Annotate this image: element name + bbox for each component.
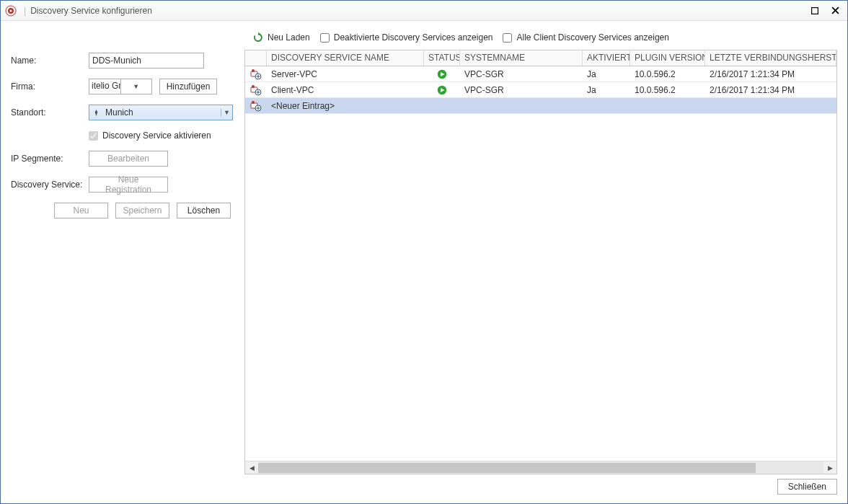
standort-combo[interactable]: Munich ▼ <box>89 105 233 120</box>
table-row[interactable]: Server-VPCVPC-SGRJa10.0.596.22/16/2017 1… <box>245 66 836 82</box>
col-version[interactable]: PLUGIN VERSION <box>630 50 705 66</box>
firma-combo[interactable]: itelio GmbH ▼ <box>89 79 152 94</box>
cell-status <box>424 69 460 79</box>
loeschen-button[interactable]: Löschen <box>177 203 231 218</box>
row-type-icon <box>245 84 267 96</box>
row-type-icon <box>245 100 267 112</box>
window-title: Discovery Service konfigurieren <box>30 6 152 16</box>
deaktivierte-toggle[interactable]: Deaktivierte Discovery Services anzeigen <box>320 32 493 43</box>
alle-client-label: Alle Client Discovery Services anzeigen <box>516 32 668 43</box>
bearbeiten-button: Bearbeiten <box>89 151 168 167</box>
title-separator: | <box>24 6 26 16</box>
app-icon <box>5 5 17 17</box>
svg-rect-3 <box>812 7 818 14</box>
speichern-button: Speichern <box>115 203 169 218</box>
chevron-down-icon: ▼ <box>120 79 152 94</box>
hinzufuegen-button[interactable]: Hinzufügen <box>159 79 217 94</box>
col-status[interactable]: STATUS <box>424 50 460 66</box>
toolbar: Neu Laden Deaktivierte Discovery Service… <box>244 30 837 45</box>
scroll-thumb[interactable] <box>258 463 756 473</box>
alle-client-checkbox[interactable] <box>503 33 512 43</box>
cell-system: VPC-SGR <box>460 85 583 95</box>
cell-aktiviert: Ja <box>583 69 630 79</box>
grid: DISCOVERY SERVICE NAME STATUS SYSTEMNAME… <box>244 50 837 474</box>
dialog-window: | Discovery Service konfigurieren Name: … <box>0 0 848 504</box>
chevron-down-icon: ▼ <box>221 109 232 116</box>
scroll-track[interactable] <box>258 461 823 474</box>
col-aktiviert[interactable]: AKTIVIERT <box>583 50 630 66</box>
cell-status <box>424 85 460 95</box>
neu-laden-button[interactable]: Neu Laden <box>253 32 310 43</box>
name-input[interactable] <box>89 53 204 68</box>
neue-registration-button: Neue Registration <box>89 177 168 193</box>
col-system[interactable]: SYSTEMNAME <box>460 50 583 66</box>
svg-point-2 <box>10 9 12 12</box>
scroll-left-button[interactable]: ◀ <box>245 461 258 474</box>
grid-header: DISCOVERY SERVICE NAME STATUS SYSTEMNAME… <box>245 50 836 66</box>
deaktivierte-checkbox[interactable] <box>320 33 330 43</box>
grid-body: Server-VPCVPC-SGRJa10.0.596.22/16/2017 1… <box>245 66 836 461</box>
row-type-icon <box>245 68 267 80</box>
alle-client-toggle[interactable]: Alle Client Discovery Services anzeigen <box>503 32 668 43</box>
firma-combo-text: itelio GmbH <box>89 79 120 94</box>
grid-panel: Neu Laden Deaktivierte Discovery Service… <box>244 30 837 474</box>
ip-label: IP Segmente: <box>11 154 89 164</box>
cell-aktiviert: Ja <box>583 85 630 95</box>
name-label: Name: <box>11 56 89 66</box>
svg-point-8 <box>252 69 255 72</box>
new-entry-row[interactable]: <Neuer Eintrag> <box>245 98 836 114</box>
standort-label: Standort: <box>11 107 89 118</box>
firma-label: Firma: <box>11 81 89 92</box>
title-bar: | Discovery Service konfigurieren <box>1 1 847 21</box>
cell-date: 2/16/2017 1:21:34 PM <box>705 69 836 79</box>
maximize-button[interactable] <box>810 6 820 16</box>
svg-point-16 <box>252 101 255 104</box>
schliessen-button[interactable]: Schließen <box>777 479 837 495</box>
pin-icon <box>89 109 102 117</box>
neu-laden-label: Neu Laden <box>268 32 310 43</box>
form-panel: Name: Firma: itelio GmbH ▼ Hinzufügen St… <box>11 30 233 474</box>
standort-text: Munich <box>102 107 221 118</box>
deaktivierte-label: Deaktivierte Discovery Services anzeigen <box>334 32 493 43</box>
horizontal-scrollbar[interactable]: ◀ ▶ <box>245 461 836 474</box>
col-date[interactable]: LETZTE VERBINDUNGSHERSTEL <box>705 50 836 66</box>
table-row[interactable]: Client-VPCVPC-SGRJa10.0.596.22/16/2017 1… <box>245 82 836 98</box>
col-icon[interactable] <box>245 50 267 66</box>
neu-button: Neu <box>54 203 108 218</box>
reload-icon <box>253 32 263 43</box>
new-entry-label: <Neuer Eintrag> <box>267 101 424 111</box>
cell-date: 2/16/2017 1:21:34 PM <box>705 85 836 95</box>
col-name[interactable]: DISCOVERY SERVICE NAME <box>267 50 424 66</box>
ds-label: Discovery Service: <box>11 180 89 190</box>
close-button[interactable] <box>830 6 840 16</box>
cell-version: 10.0.596.2 <box>630 69 705 79</box>
scroll-right-button[interactable]: ▶ <box>823 461 836 474</box>
cell-system: VPC-SGR <box>460 69 583 79</box>
aktivieren-checkbox <box>89 131 98 141</box>
cell-name: Client-VPC <box>267 85 424 95</box>
svg-point-12 <box>252 85 255 88</box>
cell-name: Server-VPC <box>267 69 424 79</box>
cell-version: 10.0.596.2 <box>630 85 705 95</box>
aktivieren-label: Discovery Service aktivieren <box>102 131 211 141</box>
